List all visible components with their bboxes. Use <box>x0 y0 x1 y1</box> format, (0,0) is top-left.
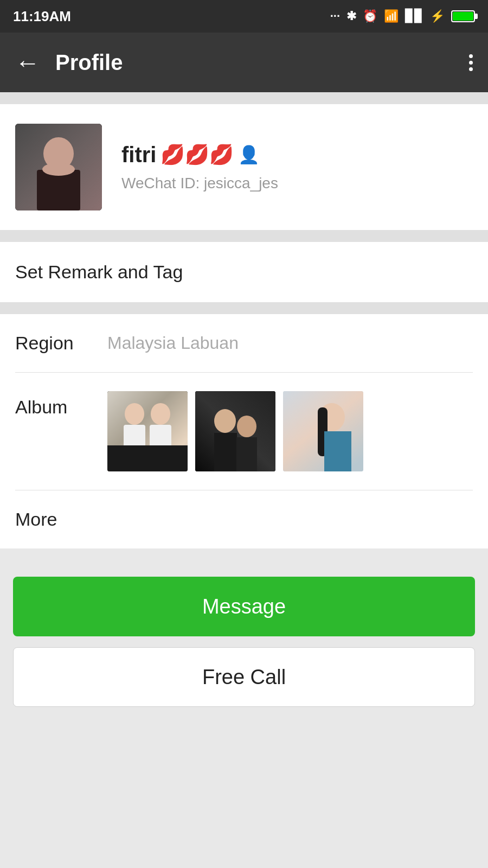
avatar[interactable] <box>15 124 102 210</box>
charging-icon: ⚡ <box>430 9 445 23</box>
profile-name: fitri 💋💋💋 👤 <box>121 143 473 167</box>
region-value: Malaysia Labuan <box>107 333 239 353</box>
profile-info: fitri 💋💋💋 👤 WeChat ID: jesicca_jes <box>121 143 473 192</box>
battery-icon <box>451 10 475 22</box>
wifi-icon: 📶 <box>384 9 399 23</box>
svg-point-8 <box>151 403 170 425</box>
set-remark-row[interactable]: Set Remark and Tag <box>0 242 488 302</box>
more-row[interactable]: More <box>15 490 473 548</box>
svg-rect-11 <box>107 445 188 471</box>
profile-card: fitri 💋💋💋 👤 WeChat ID: jesicca_jes <box>0 104 488 230</box>
page-title: Profile <box>55 50 469 75</box>
album-thumb-3[interactable] <box>283 391 363 471</box>
svg-point-15 <box>237 416 256 437</box>
section-divider-1 <box>0 230 488 242</box>
profile-avatar-emoji: 👤 <box>238 144 260 165</box>
avatar-image <box>15 124 102 210</box>
svg-rect-22 <box>324 431 351 471</box>
svg-point-14 <box>214 409 236 433</box>
bottom-spacer <box>0 720 488 828</box>
region-row: Region Malaysia Labuan <box>15 314 473 373</box>
profile-wechat-id: WeChat ID: jesicca_jes <box>121 175 473 192</box>
svg-point-4 <box>42 163 75 176</box>
message-button[interactable]: Message <box>13 577 475 636</box>
signal-dots-icon: ··· <box>330 9 340 23</box>
status-icons: ··· ✱ ⏰ 📶 ▊▊ ⚡ <box>330 9 475 23</box>
signal-icon: ▊▊ <box>405 9 423 23</box>
svg-rect-3 <box>37 170 80 210</box>
album-images <box>107 391 363 471</box>
status-bar: 11:19AM ··· ✱ ⏰ 📶 ▊▊ ⚡ <box>0 0 488 33</box>
alarm-icon: ⏰ <box>363 9 377 23</box>
more-label: More <box>15 509 86 530</box>
status-time: 11:19AM <box>13 8 71 25</box>
back-button[interactable]: ← <box>15 50 40 75</box>
album-label: Album <box>15 391 86 418</box>
section-divider-top <box>0 92 488 104</box>
svg-rect-17 <box>236 437 257 471</box>
region-label: Region <box>15 333 86 354</box>
detail-section: Region Malaysia Labuan Album <box>0 314 488 548</box>
free-call-button[interactable]: Free Call <box>13 647 475 707</box>
svg-point-7 <box>125 403 144 425</box>
album-thumb-2[interactable] <box>195 391 275 471</box>
more-menu-button[interactable] <box>469 54 473 71</box>
section-divider-2 <box>0 302 488 314</box>
bluetooth-icon: ✱ <box>346 9 356 23</box>
svg-rect-16 <box>214 433 237 471</box>
profile-emojis: 💋💋💋 <box>160 143 234 166</box>
album-row[interactable]: Album <box>15 373 473 490</box>
toolbar: ← Profile <box>0 33 488 92</box>
buttons-area: Message Free Call <box>0 560 488 720</box>
album-thumb-1[interactable] <box>107 391 188 471</box>
